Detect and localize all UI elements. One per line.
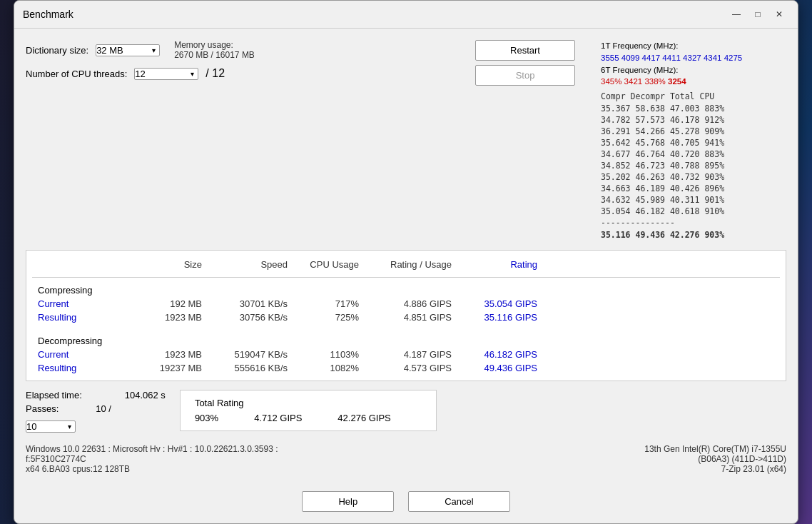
memory-label: Memory usage: bbox=[174, 40, 255, 50]
right-panel: 1T Frequency (MHz): 3555 4099 4417 4411 … bbox=[589, 40, 786, 241]
cpu-zip-info: 13th Gen Intel(R) Core(TM) i7-1355U (B06… bbox=[644, 444, 786, 474]
title-bar: Benchmark — □ ✕ bbox=[14, 1, 798, 29]
frequency-rows: 35.367 58.638 47.003 883%34.782 57.573 4… bbox=[601, 103, 786, 218]
freq6-values: 345% 3421 338% 3254 bbox=[601, 76, 786, 88]
frequency-row: 34.632 45.989 40.311 901% bbox=[601, 194, 786, 206]
dictionary-select-wrapper: 32 MB bbox=[96, 44, 160, 56]
threads-select[interactable]: 12 bbox=[134, 68, 198, 80]
elapsed-value: 104.062 s bbox=[125, 390, 166, 400]
total-rating-header: Total Rating bbox=[195, 398, 422, 408]
frequency-row: 34.663 46.189 40.426 896% bbox=[601, 183, 786, 194]
total-freq-row: 35.116 49.436 42.276 903% bbox=[601, 229, 786, 241]
action-buttons: Restart Stop bbox=[475, 40, 575, 86]
frequency-row: 34.782 57.573 46.178 912% bbox=[601, 114, 786, 126]
col-header-rating-usage: Rating / Usage bbox=[359, 259, 452, 270]
maximize-button[interactable]: □ bbox=[748, 6, 768, 22]
decompress-resulting-row: Resulting 19237 MB 555616 KB/s 1082% 4.5… bbox=[32, 361, 780, 375]
cpu-info: 13th Gen Intel(R) Core(TM) i7-1355U (B06… bbox=[644, 444, 786, 464]
dictionary-select[interactable]: 32 MB bbox=[96, 44, 160, 56]
footer-buttons: Help Cancel bbox=[26, 485, 786, 512]
col-header-rating: Rating bbox=[452, 259, 537, 270]
total-rating-block: Total Rating 903% 4.712 GIPS 42.276 GIPS bbox=[180, 390, 437, 431]
dictionary-row: Dictionary size: 32 MB Memory usage: 267… bbox=[26, 40, 255, 60]
close-button[interactable]: ✕ bbox=[769, 6, 789, 22]
passes-select-container: 10 bbox=[26, 420, 76, 433]
col-header-size: Size bbox=[131, 259, 202, 270]
help-button[interactable]: Help bbox=[302, 491, 394, 512]
frequency-row: 35.642 45.768 40.705 941% bbox=[601, 137, 786, 148]
col-header-speed: Speed bbox=[202, 259, 288, 270]
total-rating-cpu: 903% bbox=[195, 413, 218, 423]
left-controls: Dictionary size: 32 MB Memory usage: 267… bbox=[26, 40, 255, 80]
top-controls: Dictionary size: 32 MB Memory usage: 267… bbox=[26, 40, 786, 241]
decompress-current-row: Current 1923 MB 519047 KB/s 1103% 4.187 … bbox=[32, 348, 780, 361]
benchmark-table: Size Speed CPU Usage Rating / Usage Rati… bbox=[26, 250, 786, 381]
frequency-row: 36.291 54.266 45.278 909% bbox=[601, 126, 786, 137]
threads-label: Number of CPU threads: bbox=[26, 69, 127, 79]
passes-row: Passes: 10 / bbox=[26, 403, 166, 414]
compress-resulting-row: Resulting 1923 MB 30756 KB/s 725% 4.851 … bbox=[32, 311, 780, 324]
cancel-button[interactable]: Cancel bbox=[408, 491, 509, 512]
freq6-label: 6T Frequency (MHz): bbox=[601, 64, 786, 76]
window-title: Benchmark bbox=[23, 9, 73, 20]
threads-suffix: / 12 bbox=[205, 67, 225, 80]
passes-select[interactable]: 10 bbox=[26, 420, 76, 433]
os-info: Windows 10.0 22631 : Microsoft Hv : Hv#1… bbox=[26, 444, 278, 474]
table-header-row: Compr Decompr Total CPU bbox=[601, 91, 786, 103]
dictionary-label: Dictionary size: bbox=[26, 45, 88, 56]
bottom-stats: Elapsed time: 104.062 s Passes: 10 / 10 bbox=[26, 390, 786, 433]
compressing-label: Compressing bbox=[32, 282, 780, 297]
total-rating-values: 903% 4.712 GIPS 42.276 GIPS bbox=[195, 413, 422, 423]
threads-select-wrapper: 12 bbox=[134, 67, 198, 80]
col-header-empty bbox=[38, 259, 131, 270]
memory-value: 2670 MB / 16017 MB bbox=[174, 50, 255, 60]
frequency-row: 34.852 46.723 40.788 895% bbox=[601, 160, 786, 171]
left-benchmark: Size Speed CPU Usage Rating / Usage Rati… bbox=[26, 250, 786, 512]
threads-row: Number of CPU threads: 12 / 12 bbox=[26, 67, 255, 80]
stop-button[interactable]: Stop bbox=[475, 65, 575, 86]
minimize-button[interactable]: — bbox=[726, 6, 746, 22]
total-rating-gips1: 4.712 GIPS bbox=[254, 413, 302, 423]
stat-block: Elapsed time: 104.062 s Passes: 10 / 10 bbox=[26, 390, 166, 433]
restart-button[interactable]: Restart bbox=[475, 40, 575, 61]
frequency-row: 35.054 46.182 40.618 910% bbox=[601, 206, 786, 217]
frequency-panel: 1T Frequency (MHz): 3555 4099 4417 4411 … bbox=[601, 40, 786, 241]
benchmark-area: Size Speed CPU Usage Rating / Usage Rati… bbox=[26, 250, 786, 512]
frequency-row: 35.202 46.263 40.732 903% bbox=[601, 171, 786, 183]
passes-value: 10 / bbox=[96, 403, 111, 414]
elapsed-row: Elapsed time: 104.062 s bbox=[26, 390, 166, 400]
passes-select-wrapper: 10 bbox=[26, 420, 166, 433]
window-controls: — □ ✕ bbox=[726, 6, 789, 22]
decompressing-label: Decompressing bbox=[32, 333, 780, 348]
frequency-row: 35.367 58.638 47.003 883% bbox=[601, 103, 786, 114]
total-rating-gips2: 42.276 GIPS bbox=[338, 413, 390, 423]
main-content: Dictionary size: 32 MB Memory usage: 267… bbox=[14, 29, 798, 523]
freq1-values: 3555 4099 4417 4411 4327 4341 4275 bbox=[601, 52, 786, 64]
col-header-cpu: CPU Usage bbox=[288, 259, 359, 270]
frequency-row: 34.677 46.764 40.720 883% bbox=[601, 148, 786, 160]
memory-info: Memory usage: 2670 MB / 16017 MB bbox=[174, 40, 255, 60]
system-info-row: Windows 10.0 22631 : Microsoft Hv : Hv#1… bbox=[26, 438, 786, 474]
freq1-label: 1T Frequency (MHz): bbox=[601, 40, 786, 52]
elapsed-label: Elapsed time: bbox=[26, 390, 82, 400]
zip-version: 7-Zip 23.01 (x64) bbox=[644, 464, 786, 474]
table-header: Size Speed CPU Usage Rating / Usage Rati… bbox=[32, 256, 780, 273]
separator: --------------- bbox=[601, 217, 786, 229]
passes-label: Passes: bbox=[26, 403, 59, 414]
benchmark-window: Benchmark — □ ✕ Dictionary size: 32 MB M bbox=[14, 0, 798, 524]
compress-current-row: Current 192 MB 30701 KB/s 717% 4.886 GIP… bbox=[32, 297, 780, 311]
